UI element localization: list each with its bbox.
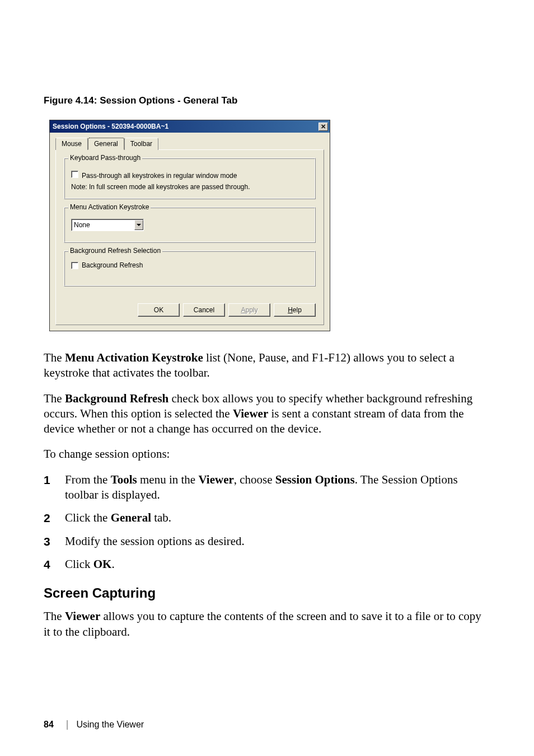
step-number: 3: [44, 534, 65, 549]
paragraph: The Viewer allows you to capture the con…: [44, 609, 490, 640]
group-menu-activation: Menu Activation Keystroke None: [64, 207, 316, 243]
dialog-title: Session Options - 520394-0000BA~1: [53, 123, 168, 130]
session-options-dialog: Session Options - 520394-0000BA~1 ✕ Mous…: [49, 120, 330, 331]
list-item: 1 From the Tools menu in the Viewer, cho…: [44, 472, 490, 503]
paragraph: To change session options:: [44, 447, 490, 462]
footer-section: Using the Viewer: [76, 720, 144, 730]
combo-value: None: [72, 221, 92, 229]
group-title: Background Refresh Selection: [68, 247, 162, 255]
list-item: 3 Modify the session options as desired.: [44, 534, 490, 549]
checkbox-label: Background Refresh: [82, 261, 143, 269]
group-title: Keyboard Pass-through: [68, 154, 142, 162]
group-keyboard-passthrough: Keyboard Pass-through Pass-through all k…: [64, 158, 316, 199]
help-button[interactable]: Help: [274, 303, 316, 317]
page-number: 84: [44, 720, 54, 730]
cancel-button[interactable]: Cancel: [183, 303, 225, 317]
paragraph: The Background Refresh check box allows …: [44, 391, 490, 437]
step-number: 2: [44, 510, 65, 525]
dialog-button-row: OK Cancel Apply Help: [64, 294, 316, 322]
dialog-titlebar: Session Options - 520394-0000BA~1 ✕: [50, 120, 330, 133]
passthrough-note: Note: In full screen mode all keystrokes…: [71, 183, 308, 191]
step-number: 4: [44, 557, 65, 572]
tab-toolbar[interactable]: Toolbar: [124, 138, 158, 150]
steps-list: 1 From the Tools menu in the Viewer, cho…: [44, 472, 490, 572]
tab-general[interactable]: General: [88, 138, 124, 150]
group-background-refresh: Background Refresh Selection Background …: [64, 251, 316, 287]
checkbox-passthrough[interactable]: [71, 171, 78, 178]
paragraph: The Menu Activation Keystroke list (None…: [44, 350, 490, 381]
close-icon[interactable]: ✕: [318, 123, 328, 131]
checkbox-background-refresh[interactable]: [71, 262, 78, 269]
step-number: 1: [44, 472, 65, 503]
tab-mouse[interactable]: Mouse: [55, 138, 88, 150]
menu-activation-combo[interactable]: None: [71, 219, 144, 231]
list-item: 2 Click the General tab.: [44, 510, 490, 525]
figure-caption: Figure 4.14: Session Options - General T…: [44, 95, 490, 106]
tab-strip: Mouse General Toolbar: [55, 138, 324, 150]
footer-separator: |: [66, 719, 69, 730]
apply-button[interactable]: Apply: [228, 303, 270, 317]
ok-button[interactable]: OK: [138, 303, 180, 317]
page-footer: 84 | Using the Viewer: [44, 719, 144, 730]
checkbox-label: Pass-through all keystrokes in regular w…: [82, 172, 237, 180]
heading-screen-capturing: Screen Capturing: [44, 585, 490, 601]
chevron-down-icon[interactable]: [134, 220, 143, 230]
tab-panel-general: Keyboard Pass-through Pass-through all k…: [55, 149, 324, 325]
group-title: Menu Activation Keystroke: [68, 203, 151, 211]
list-item: 4 Click OK.: [44, 557, 490, 572]
